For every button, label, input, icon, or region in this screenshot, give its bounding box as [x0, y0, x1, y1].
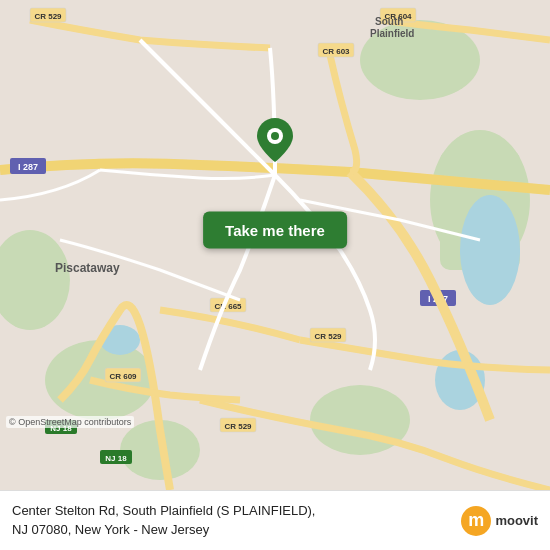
svg-text:CR 529: CR 529 [314, 332, 342, 341]
address-container: Center Stelton Rd, South Plainfield (S P… [12, 502, 461, 538]
svg-text:South: South [375, 16, 403, 27]
svg-text:Piscataway: Piscataway [55, 261, 120, 275]
map-container: I 287 I 287 NJ 18 NJ 18 CR 529 CR 604 CR… [0, 0, 550, 490]
svg-text:CR 609: CR 609 [109, 372, 137, 381]
svg-text:Plainfield: Plainfield [370, 28, 414, 39]
svg-text:NJ 18: NJ 18 [105, 454, 127, 463]
take-me-there-button[interactable]: Take me there [203, 212, 347, 249]
svg-text:CR 665: CR 665 [214, 302, 242, 311]
map-pin [257, 118, 293, 162]
moovit-logo: m moovit [461, 506, 538, 536]
osm-credit: © OpenStreetMap contributors [6, 416, 134, 428]
svg-text:CR 529: CR 529 [224, 422, 252, 431]
moovit-label: moovit [495, 513, 538, 528]
svg-point-8 [460, 195, 520, 305]
moovit-icon: m [461, 506, 491, 536]
svg-text:CR 603: CR 603 [322, 47, 350, 56]
address-line-1: Center Stelton Rd, South Plainfield (S P… [12, 502, 461, 520]
bottom-bar: Center Stelton Rd, South Plainfield (S P… [0, 490, 550, 550]
svg-text:CR 529: CR 529 [34, 12, 62, 21]
svg-point-37 [271, 132, 279, 140]
address-line-2: NJ 07080, New York - New Jersey [12, 521, 461, 539]
svg-text:I 287: I 287 [18, 162, 38, 172]
